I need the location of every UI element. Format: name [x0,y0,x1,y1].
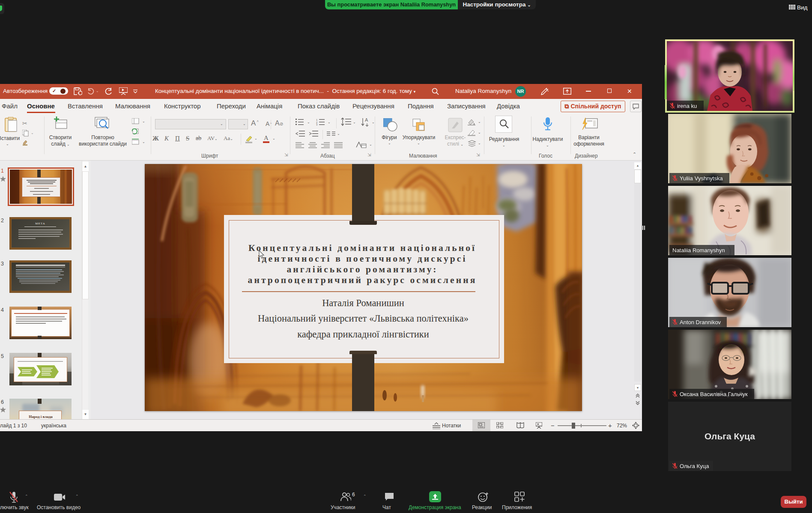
svg-text:А: А [365,117,368,122]
svg-text:3: 3 [316,123,318,125]
